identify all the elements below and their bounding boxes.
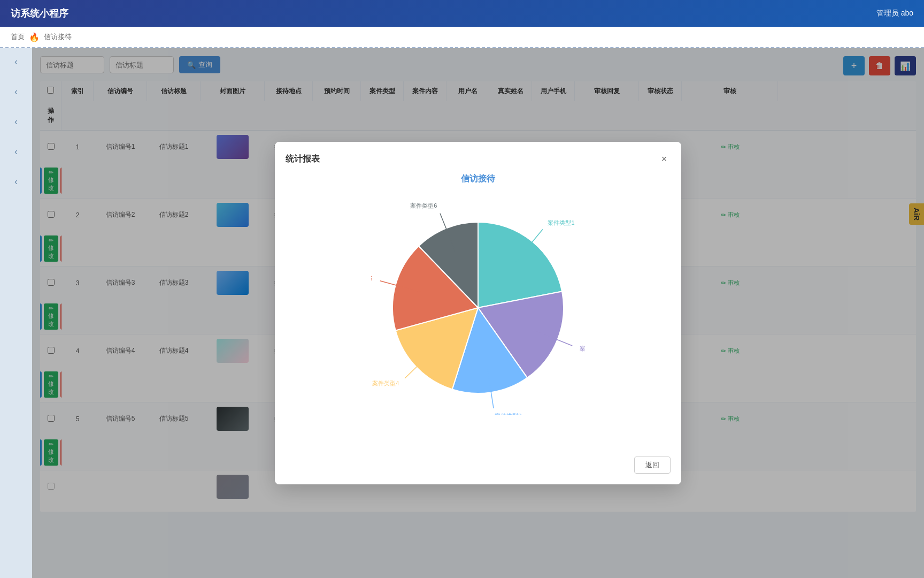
pie-label-text-6: 案件类型6 xyxy=(410,202,437,209)
sidebar-arrow-4[interactable]: ‹ xyxy=(12,143,20,160)
fire-icon: 🔥 xyxy=(29,32,40,42)
pie-label-text-2: 案件类型2 xyxy=(580,345,585,352)
pie-chart-container: 案件类型1案件类型2案件类型3案件类型4案件类型5案件类型6 xyxy=(286,195,671,420)
pie-label-text-5: 案件类型5 xyxy=(371,275,372,282)
pie-label-text-4: 案件类型4 xyxy=(372,380,399,386)
sidebar-arrow-5[interactable]: ‹ xyxy=(12,173,20,190)
main-content: ‹ ‹ ‹ ‹ ‹ 🔍 查询 + 🗑 📊 xyxy=(0,48,924,578)
modal-close-button[interactable]: × xyxy=(658,153,671,165)
modal-section-title: 统计报表 xyxy=(286,154,320,165)
breadcrumb-bar: 首页 🔥 信访接待 xyxy=(0,27,924,48)
navbar-title: 访系统小程序 xyxy=(11,7,68,20)
pie-chart-svg: 案件类型1案件类型2案件类型3案件类型4案件类型5案件类型6 xyxy=(371,201,585,415)
modal-overlay: 统计报表 × 信访接待 案件类型1案件类型2案件类型3案件类型4案件类型5案件类… xyxy=(32,48,924,578)
pie-label-text-3: 案件类型3 xyxy=(495,413,521,415)
pie-label-text-1: 案件类型1 xyxy=(548,219,574,226)
return-button[interactable]: 返回 xyxy=(634,457,671,474)
sidebar-arrow-3[interactable]: ‹ xyxy=(12,113,20,130)
navbar: 访系统小程序 管理员 abo xyxy=(0,0,924,27)
navbar-admin: 管理员 abo xyxy=(876,9,913,18)
sidebar: ‹ ‹ ‹ ‹ ‹ xyxy=(0,48,32,578)
sidebar-arrow-2[interactable]: ‹ xyxy=(12,83,20,100)
statistics-modal: 统计报表 × 信访接待 案件类型1案件类型2案件类型3案件类型4案件类型5案件类… xyxy=(275,142,681,484)
sidebar-collapse-arrow[interactable]: ‹ xyxy=(12,54,20,70)
breadcrumb-home[interactable]: 首页 xyxy=(11,32,25,42)
breadcrumb-current: 信访接待 xyxy=(44,32,72,42)
content-area: 🔍 查询 + 🗑 📊 索引 信访编号 信访标题 封面图片 接待地点 预约 xyxy=(32,48,924,578)
chart-title: 信访接待 xyxy=(286,173,671,185)
modal-header: 统计报表 × xyxy=(286,153,671,165)
